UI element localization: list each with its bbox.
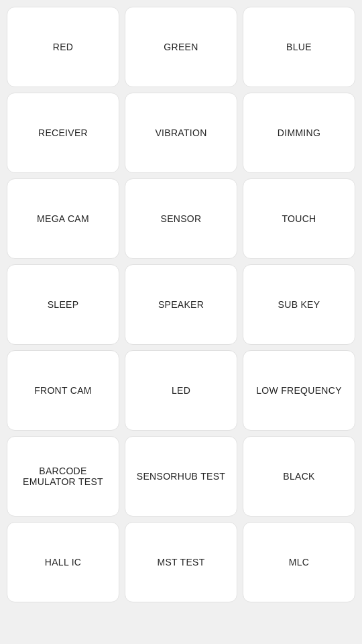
- cell-barcode-emulator-test[interactable]: BARCODE EMULATOR TEST: [7, 436, 119, 517]
- cell-label-blue: BLUE: [280, 35, 318, 59]
- cell-label-sensorhub-test: SENSORHUB TEST: [130, 464, 232, 488]
- cell-label-red: RED: [46, 35, 80, 59]
- cell-label-sleep: SLEEP: [41, 292, 86, 317]
- cell-label-hall-ic: HALL IC: [38, 550, 88, 574]
- cell-label-sensor: SENSOR: [154, 207, 208, 231]
- cell-hall-ic[interactable]: HALL IC: [7, 522, 119, 602]
- cell-label-mst-test: MST TEST: [150, 550, 211, 574]
- cell-label-low-frequency: LOW FREQUENCY: [249, 378, 349, 402]
- cell-led[interactable]: LED: [125, 350, 237, 431]
- cell-label-green: GREEN: [157, 35, 204, 59]
- cell-speaker[interactable]: SPEAKER: [125, 264, 237, 345]
- cell-sleep[interactable]: SLEEP: [7, 264, 119, 345]
- cell-dimming[interactable]: DIMMING: [243, 93, 355, 173]
- cell-label-mega-cam: MEGA CAM: [30, 207, 96, 231]
- cell-label-led: LED: [165, 378, 197, 402]
- cell-receiver[interactable]: RECEIVER: [7, 93, 119, 173]
- cell-sensorhub-test[interactable]: SENSORHUB TEST: [125, 436, 237, 517]
- cell-label-touch: TOUCH: [275, 207, 322, 231]
- cell-black[interactable]: BLACK: [243, 436, 355, 517]
- cell-touch[interactable]: TOUCH: [243, 178, 355, 259]
- cell-mlc[interactable]: MLC: [243, 522, 355, 602]
- test-grid: REDGREENBLUERECEIVERVIBRATIONDIMMINGMEGA…: [0, 0, 362, 609]
- cell-sensor[interactable]: SENSOR: [125, 178, 237, 259]
- cell-front-cam[interactable]: FRONT CAM: [7, 350, 119, 431]
- cell-label-dimming: DIMMING: [271, 121, 327, 145]
- cell-vibration[interactable]: VIBRATION: [125, 93, 237, 173]
- cell-label-black: BLACK: [276, 464, 321, 488]
- cell-green[interactable]: GREEN: [125, 7, 237, 87]
- cell-label-mlc: MLC: [282, 550, 316, 574]
- cell-mst-test[interactable]: MST TEST: [125, 522, 237, 602]
- cell-sub-key[interactable]: SUB KEY: [243, 264, 355, 345]
- cell-label-barcode-emulator-test: BARCODE EMULATOR TEST: [7, 459, 119, 494]
- cell-label-vibration: VIBRATION: [148, 121, 213, 145]
- cell-label-sub-key: SUB KEY: [272, 292, 327, 317]
- cell-red[interactable]: RED: [7, 7, 119, 87]
- cell-low-frequency[interactable]: LOW FREQUENCY: [243, 350, 355, 431]
- cell-label-front-cam: FRONT CAM: [27, 378, 99, 402]
- cell-label-receiver: RECEIVER: [32, 121, 95, 145]
- cell-label-speaker: SPEAKER: [152, 292, 210, 317]
- cell-mega-cam[interactable]: MEGA CAM: [7, 178, 119, 259]
- cell-blue[interactable]: BLUE: [243, 7, 355, 87]
